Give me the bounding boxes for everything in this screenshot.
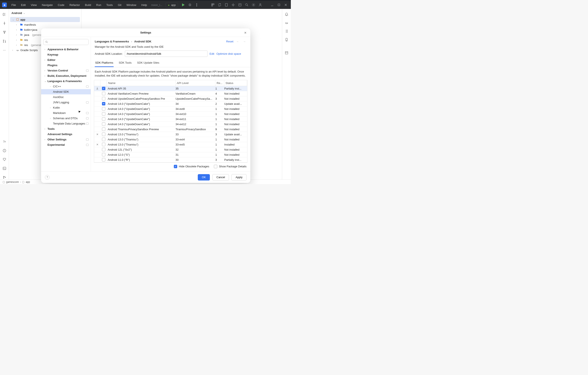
tree-node-manifests[interactable]: ›manifests xyxy=(10,22,80,27)
layout-icon[interactable] xyxy=(285,51,288,55)
app-inspection-icon[interactable] xyxy=(237,3,243,7)
table-row[interactable]: ✕Android 13.0 ("Tiramisu")333Update avai… xyxy=(94,132,247,137)
settings-tree-item[interactable]: AsciiDoc xyxy=(41,94,91,100)
settings-tree-item[interactable]: Plugins xyxy=(41,63,91,68)
col-api-level[interactable]: API Level xyxy=(176,80,215,86)
cancel-button[interactable]: Cancel xyxy=(212,174,229,181)
show-details-checkbox[interactable]: Show Package Details xyxy=(214,165,247,168)
account-icon[interactable] xyxy=(257,3,263,7)
row-checkbox[interactable] xyxy=(100,122,107,126)
table-row[interactable]: Android TiramisuPrivacySandbox PreviewTi… xyxy=(94,127,247,132)
row-checkbox[interactable] xyxy=(100,133,107,136)
more-button[interactable] xyxy=(194,3,200,7)
row-checkbox[interactable] xyxy=(100,128,107,131)
tab-sdk-platforms[interactable]: SDK Platforms xyxy=(95,59,114,67)
row-checkbox[interactable] xyxy=(100,148,107,151)
row-checkbox[interactable] xyxy=(100,138,107,141)
menu-window[interactable]: Window xyxy=(125,2,138,7)
settings-tree-item[interactable]: ›Appearance & Behavior xyxy=(41,47,91,52)
pull-requests-icon[interactable] xyxy=(2,39,7,43)
row-checkbox[interactable] xyxy=(100,107,107,110)
settings-tree-item[interactable]: ›Kotlin xyxy=(41,105,91,110)
debug-button[interactable] xyxy=(187,3,193,7)
breadcrumb-root[interactable]: gamescore xyxy=(6,181,19,183)
device-icon[interactable] xyxy=(285,38,288,42)
table-row[interactable]: Android API 35351Partially inst... xyxy=(94,86,247,91)
menu-run[interactable]: Run xyxy=(94,2,104,7)
table-row[interactable]: Android VanillaIceCream PreviewVanillaIc… xyxy=(94,91,247,96)
settings-tree-item[interactable]: ›Editor xyxy=(41,57,91,63)
menu-refactor[interactable]: Refactor xyxy=(67,2,82,7)
search-icon[interactable] xyxy=(244,3,250,7)
breadcrumb-leaf[interactable]: app xyxy=(26,181,30,183)
settings-tree-item[interactable]: ›Version Control xyxy=(41,68,91,73)
sdk-location-input[interactable] xyxy=(125,51,208,57)
edit-link[interactable]: Edit xyxy=(210,52,214,55)
gradle-icon[interactable] xyxy=(285,21,288,25)
ruby-icon[interactable] xyxy=(2,157,7,162)
menu-file[interactable]: File xyxy=(9,2,18,7)
row-checkbox[interactable] xyxy=(100,117,107,121)
settings-tree-item[interactable]: ›Build, Execution, Deployment xyxy=(41,73,91,78)
breadcrumb-group[interactable]: Languages & Frameworks xyxy=(95,40,129,43)
outline-icon[interactable] xyxy=(285,29,288,33)
settings-tree-item[interactable]: ›Schemas and DTDs xyxy=(41,116,91,121)
settings-tree-item[interactable]: ›Tools xyxy=(41,126,91,131)
table-row[interactable]: Android 14.0 ("UpsideDownCake")34-ext101… xyxy=(94,112,247,117)
row-checkbox[interactable] xyxy=(100,143,107,146)
run-config-selector[interactable]: ▲app xyxy=(165,2,178,7)
tree-node-app[interactable]: ⌄ app xyxy=(10,17,80,22)
menu-git[interactable]: Git xyxy=(116,2,124,7)
more-tools-icon[interactable]: ⋯ xyxy=(2,48,7,52)
minimize-icon[interactable] xyxy=(269,3,275,7)
recent-file-label[interactable]: nsion_l... xyxy=(150,2,164,7)
terminal-icon[interactable] xyxy=(2,166,7,171)
row-checkbox[interactable] xyxy=(100,112,107,116)
menu-build[interactable]: Build xyxy=(83,2,93,7)
structure-tool-icon[interactable] xyxy=(2,30,7,34)
col-revision[interactable]: Re... xyxy=(215,80,224,86)
build-icon[interactable] xyxy=(210,3,216,7)
run-button[interactable] xyxy=(180,3,186,7)
project-view-selector[interactable]: Android ⌄ xyxy=(9,9,81,17)
settings-tree-item[interactable]: Experimental xyxy=(41,142,91,147)
table-row[interactable]: Android 13.0 ("Tiramisu")33-ext41Not ins… xyxy=(94,137,247,142)
profiler-icon[interactable] xyxy=(230,3,236,7)
menu-view[interactable]: View xyxy=(29,2,39,7)
close-button[interactable]: ✕ xyxy=(243,30,248,35)
device-manager-icon[interactable] xyxy=(223,3,229,7)
settings-tree-item[interactable]: ›C/C++ xyxy=(41,84,91,89)
optimize-link[interactable]: Optimize disk space xyxy=(216,52,241,55)
table-row[interactable]: Android 12.0 ("S")311Not installed xyxy=(94,152,247,157)
settings-tree-item[interactable]: ⌄Languages & Frameworks xyxy=(41,78,91,84)
table-row[interactable]: Android 14.0 ("UpsideDownCake")34-ext81N… xyxy=(94,107,247,112)
table-row[interactable]: Android 12L ("Sv2")321Not installed xyxy=(94,147,247,152)
hide-obsolete-checkbox[interactable]: Hide Obsolete Packages xyxy=(174,165,209,168)
menu-tools[interactable]: Tools xyxy=(104,2,115,7)
logcat-icon[interactable] xyxy=(2,139,7,144)
row-checkbox[interactable] xyxy=(100,102,107,106)
menu-navigate[interactable]: Navigate xyxy=(40,2,55,7)
vcs-icon[interactable] xyxy=(2,175,7,180)
row-checkbox[interactable] xyxy=(100,158,107,161)
sync-icon[interactable] xyxy=(217,3,222,7)
help-button[interactable]: ? xyxy=(45,175,50,180)
tab-sdk-update-sites[interactable]: SDK Update Sites xyxy=(137,59,160,67)
settings-tree-item[interactable]: Template Data Languages xyxy=(41,121,91,126)
table-row[interactable]: Android 11.0 ("R")303Partially inst... xyxy=(94,157,247,162)
settings-search-input[interactable] xyxy=(43,39,89,45)
maximize-icon[interactable] xyxy=(276,3,282,7)
problems-icon[interactable] xyxy=(2,149,7,153)
row-checkbox[interactable] xyxy=(100,153,107,156)
settings-tree-item[interactable]: Markdown xyxy=(41,110,91,116)
reset-link[interactable]: Reset xyxy=(226,40,233,43)
table-row[interactable]: ✕Android 13.0 ("Tiramisu")33-ext51Instal… xyxy=(94,142,247,147)
notifications-icon[interactable] xyxy=(285,12,288,16)
close-window-icon[interactable] xyxy=(283,3,289,7)
col-status[interactable]: Status xyxy=(224,80,247,86)
menu-help[interactable]: Help xyxy=(139,2,149,7)
table-row[interactable]: Android 14.0 ("UpsideDownCake")342Update… xyxy=(94,101,247,107)
project-tool-icon[interactable] xyxy=(2,12,7,17)
commit-tool-icon[interactable] xyxy=(2,21,7,25)
table-row[interactable]: Android UpsideDownCakePrivacySandbox Pre… xyxy=(94,96,247,101)
